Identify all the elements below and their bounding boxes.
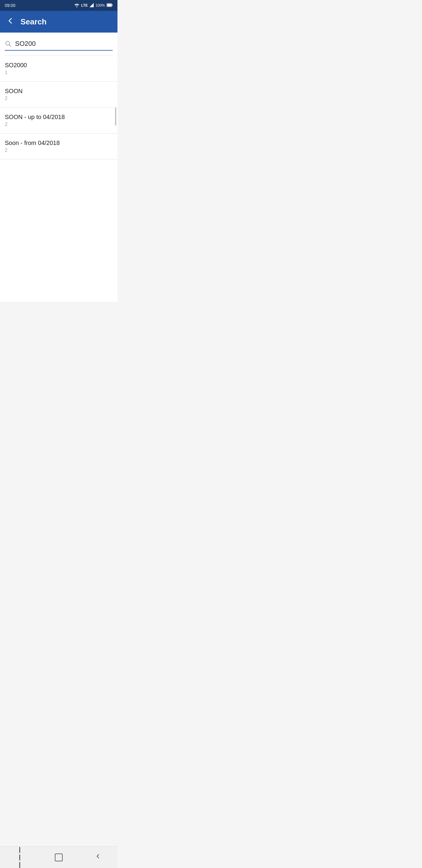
back-button[interactable] — [6, 17, 14, 27]
svg-marker-1 — [90, 3, 94, 7]
scrollbar-thumb — [115, 107, 116, 126]
result-count-4: 2 — [5, 148, 112, 153]
page-title: Search — [21, 17, 47, 27]
result-title-2: SOON — [5, 88, 112, 95]
scrollbar-track — [115, 107, 116, 162]
empty-space — [0, 159, 118, 280]
search-input-wrapper — [5, 40, 112, 51]
list-item[interactable]: SO2000 1 — [0, 56, 118, 82]
result-count-2: 2 — [5, 96, 112, 101]
wifi-icon — [74, 3, 79, 8]
svg-rect-3 — [112, 4, 112, 6]
search-icon — [5, 40, 11, 47]
list-item[interactable]: SOON 2 — [0, 82, 118, 107]
results-list: SO2000 1 SOON 2 SOON - up to 04/2018 2 S… — [0, 56, 118, 280]
svg-rect-4 — [107, 4, 111, 6]
signal-icon — [90, 3, 94, 8]
battery-icon — [107, 3, 112, 8]
list-item[interactable]: SOON - up to 04/2018 2 — [0, 107, 118, 133]
battery-text: 100% — [96, 3, 105, 7]
result-count-3: 2 — [5, 122, 112, 127]
result-count-1: 1 — [5, 70, 112, 75]
status-icons: LTE 100% — [74, 3, 112, 8]
svg-line-6 — [9, 45, 11, 47]
list-item[interactable]: Soon - from 04/2018 2 — [0, 133, 118, 159]
status-time: 09:00 — [5, 3, 15, 8]
result-title-4: Soon - from 04/2018 — [5, 140, 112, 147]
result-title-3: SOON - up to 04/2018 — [5, 114, 112, 121]
main-content: SO2000 1 SOON 2 SOON - up to 04/2018 2 S… — [0, 33, 118, 302]
result-title-1: SO2000 — [5, 62, 112, 69]
status-bar: 09:00 LTE 100% — [0, 0, 118, 11]
lte-label: LTE — [81, 3, 88, 7]
search-input[interactable] — [15, 40, 112, 48]
app-bar: Search — [0, 11, 118, 33]
search-container — [0, 33, 118, 56]
